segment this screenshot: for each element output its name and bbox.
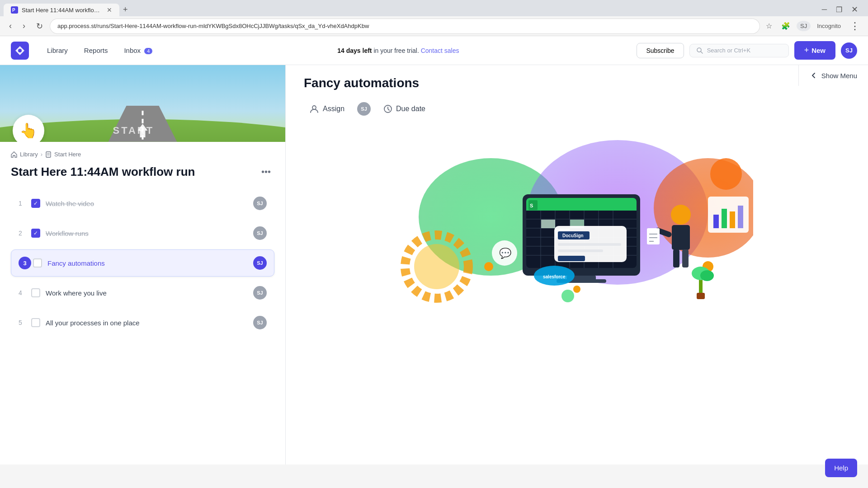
- profile-button[interactable]: SJ: [797, 21, 811, 31]
- task-item[interactable]: 1 Watch the video SJ: [11, 190, 274, 217]
- new-button[interactable]: + New: [794, 41, 835, 60]
- svg-point-70: [700, 270, 714, 281]
- svg-rect-46: [558, 243, 621, 246]
- close-tab-button[interactable]: ✕: [107, 6, 112, 14]
- due-date-button[interactable]: Due date: [378, 102, 431, 116]
- logo-icon[interactable]: [11, 42, 29, 60]
- address-input[interactable]: [50, 19, 760, 33]
- svg-text:P: P: [12, 8, 15, 13]
- reload-button[interactable]: ↻: [33, 19, 47, 33]
- svg-rect-68: [699, 279, 703, 293]
- top-navbar: Library Reports Inbox 4 14 days left in …: [0, 36, 868, 65]
- task-5-avatar: SJ: [253, 316, 267, 329]
- svg-text:START: START: [113, 125, 155, 136]
- task-2-checkbox[interactable]: [31, 229, 40, 238]
- task-item-active[interactable]: 3 Fancy automations SJ: [11, 249, 274, 277]
- task-5-label: All your processes in one place: [46, 319, 250, 327]
- task-meta: Assign SJ Due date: [304, 101, 850, 117]
- svg-point-17: [414, 244, 459, 289]
- breadcrumb-start-link[interactable]: Start Here: [54, 151, 81, 158]
- svg-point-67: [710, 158, 742, 190]
- address-bar-row: ‹ › ↻ ☆ 🧩 SJ Incognito ⋮: [0, 16, 868, 36]
- workflow-title-row: Start Here 11:44AM workflow run •••: [11, 165, 274, 179]
- svg-point-19: [573, 286, 580, 293]
- task-number: 4: [19, 289, 31, 296]
- library-nav-link[interactable]: Library: [40, 43, 75, 58]
- task-heading: Fancy automations: [304, 76, 850, 90]
- close-window-button[interactable]: ✕: [849, 3, 861, 16]
- minimize-button[interactable]: ─: [819, 4, 830, 15]
- bookmark-button[interactable]: ☆: [763, 20, 775, 32]
- inbox-nav-link[interactable]: Inbox 4: [117, 43, 160, 58]
- breadcrumb-library-link[interactable]: Library: [20, 151, 38, 158]
- svg-rect-58: [647, 228, 660, 244]
- show-menu-bar[interactable]: Show Menu: [798, 65, 868, 86]
- task-item[interactable]: 4 Work where you live SJ: [11, 279, 274, 306]
- menu-dots-button[interactable]: ⋮: [847, 19, 863, 34]
- svg-point-53: [671, 205, 691, 225]
- nav-links: Library Reports Inbox 4: [40, 43, 160, 58]
- search-icon: [696, 47, 703, 54]
- inbox-badge: 4: [144, 48, 152, 54]
- main-content: START 👆 Library ›: [0, 65, 868, 465]
- task-5-checkbox[interactable]: [31, 318, 40, 327]
- reports-nav-link[interactable]: Reports: [77, 43, 115, 58]
- search-box[interactable]: Search or Ctrl+K: [689, 44, 789, 57]
- trial-banner: 14 days left in your free trial. Contact…: [160, 47, 637, 54]
- task-item[interactable]: 2 Workflow runs SJ: [11, 220, 274, 247]
- svg-rect-48: [558, 256, 585, 261]
- avatar[interactable]: SJ: [841, 42, 857, 59]
- hero-image: START 👆: [0, 65, 285, 142]
- new-plus-icon: +: [804, 46, 809, 55]
- forward-button[interactable]: ›: [19, 19, 29, 33]
- task-1-checkbox[interactable]: [31, 199, 40, 208]
- svg-rect-64: [722, 209, 727, 228]
- extensions-button[interactable]: 🧩: [778, 20, 793, 32]
- restore-button[interactable]: ❐: [833, 4, 845, 16]
- task-1-avatar: SJ: [253, 197, 267, 210]
- svg-rect-36: [541, 220, 555, 228]
- favicon-icon: P: [11, 6, 18, 14]
- task-4-avatar: SJ: [253, 286, 267, 300]
- help-button[interactable]: Help: [825, 459, 857, 477]
- svg-point-72: [561, 290, 574, 302]
- svg-text:DocuSign: DocuSign: [562, 233, 584, 238]
- illustration-area: S DocuSign 💬 salesforce: [304, 131, 850, 312]
- task-item[interactable]: 5 All your processes in one place SJ: [11, 309, 274, 336]
- more-options-button[interactable]: •••: [258, 165, 274, 179]
- workflow-title: Start Here 11:44AM workflow run: [11, 165, 195, 179]
- task-4-checkbox[interactable]: [31, 288, 40, 297]
- svg-rect-8: [46, 152, 51, 157]
- home-icon: [11, 151, 17, 158]
- svg-text:S: S: [530, 203, 533, 208]
- task-3-label: Fancy automations: [47, 259, 250, 267]
- svg-rect-56: [682, 249, 689, 267]
- svg-rect-66: [738, 206, 743, 228]
- active-tab[interactable]: P Start Here 11:44AM workflow run... ✕: [4, 4, 119, 16]
- left-panel: START 👆 Library ›: [0, 65, 286, 465]
- task-list: 1 Watch the video SJ 2 Workflow runs SJ: [11, 190, 274, 339]
- svg-rect-24: [526, 204, 637, 211]
- task-2-label: Workflow runs: [46, 230, 250, 237]
- show-menu-label: Show Menu: [821, 72, 857, 80]
- task-3-number: 3: [19, 257, 31, 269]
- svg-point-18: [484, 262, 493, 271]
- task-number: 2: [19, 230, 31, 237]
- assigned-user-avatar: SJ: [357, 102, 371, 116]
- back-button[interactable]: ‹: [5, 19, 15, 33]
- subscribe-button[interactable]: Subscribe: [637, 43, 684, 58]
- right-panel: Show Menu Fancy automations Assign SJ: [286, 65, 868, 465]
- task-3-checkbox[interactable]: [33, 258, 42, 267]
- assign-button[interactable]: Assign: [304, 101, 350, 117]
- new-tab-button[interactable]: +: [119, 3, 132, 16]
- svg-point-3: [18, 49, 22, 52]
- svg-rect-71: [697, 293, 705, 299]
- task-number: 1: [19, 200, 31, 207]
- automation-illustration: S DocuSign 💬 salesforce: [401, 136, 753, 307]
- contact-sales-link[interactable]: Contact sales: [421, 47, 459, 54]
- clock-icon: [383, 104, 392, 113]
- search-placeholder: Search or Ctrl+K: [707, 47, 750, 54]
- breadcrumb: Library › Start Here: [11, 151, 274, 158]
- svg-rect-63: [713, 215, 719, 228]
- svg-text:💬: 💬: [499, 247, 512, 259]
